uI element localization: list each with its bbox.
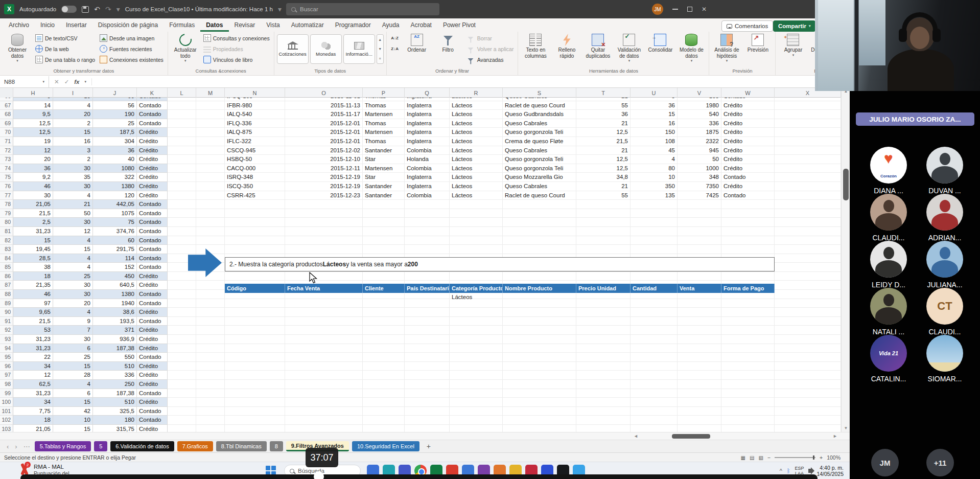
cell-W72[interactable]: Crédito xyxy=(721,146,775,155)
cell-M90[interactable] xyxy=(196,308,225,317)
cell-I69[interactable]: 2 xyxy=(53,119,93,128)
cell-M71[interactable] xyxy=(196,137,225,146)
cell-U81[interactable] xyxy=(631,227,678,236)
scroll-right-icon[interactable]: ► xyxy=(833,432,837,440)
cell-P70[interactable]: Martensen xyxy=(363,128,405,137)
cell-Q100[interactable] xyxy=(405,398,450,407)
cell-V94[interactable] xyxy=(678,344,721,353)
cell-N79[interactable] xyxy=(225,209,285,218)
cell-P66[interactable]: Thomas xyxy=(363,98,405,101)
cell-S103[interactable] xyxy=(503,425,576,432)
cell-H70[interactable]: 12,5 xyxy=(13,128,53,137)
cell-H73[interactable]: 20 xyxy=(13,155,53,164)
cell-L82[interactable] xyxy=(168,236,196,245)
cell-J98[interactable]: 250 xyxy=(93,380,137,389)
cell-L66[interactable] xyxy=(168,98,196,101)
cell-R90[interactable] xyxy=(450,308,503,317)
cell-Q73[interactable]: Holanda xyxy=(405,155,450,164)
cell-X85[interactable] xyxy=(775,263,841,272)
cell-P89[interactable] xyxy=(363,299,405,308)
cell-I66[interactable]: 10 xyxy=(53,98,93,101)
cell-O82[interactable] xyxy=(285,236,363,245)
cell-S92[interactable] xyxy=(503,326,576,335)
cell-M102[interactable] xyxy=(196,416,225,425)
column-header-R[interactable]: R xyxy=(450,88,503,98)
cell-S81[interactable] xyxy=(503,227,576,236)
cell-P76[interactable]: Santander xyxy=(363,182,405,191)
cell-I91[interactable]: 9 xyxy=(53,317,93,326)
row-number[interactable]: 70 xyxy=(0,128,13,137)
row-number[interactable]: 69 xyxy=(0,119,13,128)
cell-L96[interactable] xyxy=(168,362,196,371)
cell-J99[interactable]: 187,38 xyxy=(93,389,137,398)
cell-K93[interactable]: Crédito xyxy=(137,335,168,344)
cell-N96[interactable] xyxy=(225,362,285,371)
cell-Q102[interactable] xyxy=(405,416,450,425)
cell-N77[interactable]: CSRR-425 xyxy=(225,191,285,200)
ribbon-tab-disposición-de-página[interactable]: Disposición de página xyxy=(92,19,164,32)
cell-Q94[interactable] xyxy=(405,344,450,353)
cell-S74[interactable]: Queso gorgonzola Teli xyxy=(503,164,576,173)
horizontal-scroll-thumb[interactable] xyxy=(672,434,710,439)
cell-L69[interactable] xyxy=(168,119,196,128)
row-number[interactable]: 83 xyxy=(0,245,13,254)
filter-criteria-cell[interactable]: Lácteos xyxy=(450,293,503,302)
cell-L81[interactable] xyxy=(168,227,196,236)
cell-I79[interactable]: 50 xyxy=(53,209,93,218)
cell-R99[interactable] xyxy=(450,389,503,398)
cell-W90[interactable] xyxy=(721,308,775,317)
cell-S79[interactable] xyxy=(503,209,576,218)
ribbon-tab-datos[interactable]: Datos xyxy=(200,19,228,32)
row-number[interactable]: 66 xyxy=(0,98,13,101)
cell-J76[interactable]: 1380 xyxy=(93,182,137,191)
cell-T72[interactable]: 21 xyxy=(576,146,631,155)
cell-M66[interactable] xyxy=(196,98,225,101)
cell-U72[interactable]: 45 xyxy=(631,146,678,155)
cell-N83[interactable] xyxy=(225,245,285,254)
cell-T82[interactable] xyxy=(576,236,631,245)
cell-M83[interactable] xyxy=(196,245,225,254)
cell-R92[interactable] xyxy=(450,326,503,335)
cell-V79[interactable] xyxy=(678,209,721,218)
cell-O74[interactable]: 2015-12-11 xyxy=(285,164,363,173)
cell-P92[interactable] xyxy=(363,326,405,335)
row-number[interactable]: 77 xyxy=(0,191,13,200)
cell-T68[interactable]: 36 xyxy=(576,110,631,119)
refresh-all-button[interactable]: Actualizar todo▾ xyxy=(171,33,200,64)
cell-S100[interactable] xyxy=(503,398,576,407)
cell-L93[interactable] xyxy=(168,335,196,344)
cell-T81[interactable] xyxy=(576,227,631,236)
cell-H77[interactable]: 30 xyxy=(13,191,53,200)
volume-icon[interactable] xyxy=(808,469,812,473)
cell-Q93[interactable] xyxy=(405,335,450,344)
row-number[interactable]: 75 xyxy=(0,173,13,182)
cell-V82[interactable] xyxy=(678,236,721,245)
cell-R102[interactable] xyxy=(450,416,503,425)
cell-H78[interactable]: 21,05 xyxy=(13,200,53,209)
cell-K91[interactable]: Contado xyxy=(137,317,168,326)
cell-X82[interactable] xyxy=(775,236,841,245)
cell-Q75[interactable]: Inglaterra xyxy=(405,173,450,182)
cell-I77[interactable]: 4 xyxy=(53,191,93,200)
cell-K78[interactable]: Contado xyxy=(137,200,168,209)
cell-P72[interactable]: Santander xyxy=(363,146,405,155)
cell-X89[interactable] xyxy=(775,299,841,308)
cell-H79[interactable]: 21,5 xyxy=(13,209,53,218)
cell-K102[interactable]: Contado xyxy=(137,416,168,425)
cell-T75[interactable]: 34,8 xyxy=(576,173,631,182)
from-image-item[interactable]: Desde una imagen xyxy=(98,33,165,43)
cell-P93[interactable] xyxy=(363,335,405,344)
cell-X79[interactable] xyxy=(775,209,841,218)
filter-button[interactable]: Filtro xyxy=(433,33,463,54)
column-header-J[interactable]: J xyxy=(93,88,137,98)
cell-R80[interactable] xyxy=(450,218,503,227)
cell-O76[interactable]: 2015-12-19 xyxy=(285,182,363,191)
sheet-nav-next-icon[interactable]: › xyxy=(13,443,18,450)
cell-H90[interactable]: 9,65 xyxy=(13,308,53,317)
cell-H101[interactable]: 7,75 xyxy=(13,407,53,416)
cell-R100[interactable] xyxy=(450,398,503,407)
cell-P98[interactable] xyxy=(363,380,405,389)
cell-V67[interactable]: 1980 xyxy=(678,101,721,110)
cell-T67[interactable]: 55 xyxy=(576,101,631,110)
cell-T86[interactable] xyxy=(576,272,631,281)
